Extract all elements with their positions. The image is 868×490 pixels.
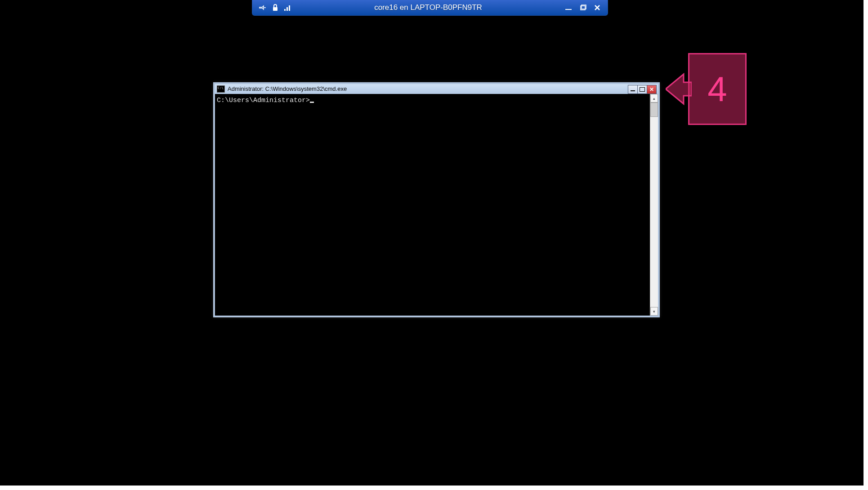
cmd-scrollbar[interactable]: ▴ ▾: [650, 94, 658, 316]
svg-rect-1: [284, 9, 286, 11]
cmd-window-title: Administrator: C:\Windows\system32\cmd.e…: [228, 84, 628, 94]
cmd-minimize-button[interactable]: [628, 85, 638, 94]
svg-marker-6: [666, 74, 692, 104]
cmd-prompt-text: C:\Users\Administrator>: [217, 97, 310, 104]
cmd-window[interactable]: Administrator: C:\Windows\system32\cmd.e…: [213, 82, 660, 317]
scroll-up-button[interactable]: ▴: [650, 94, 658, 102]
remote-desktop-screen: core16 en LAPTOP-B0PFN9TR Administrator:…: [0, 0, 864, 486]
annotation-number: 4: [707, 69, 727, 110]
cmd-titlebar[interactable]: Administrator: C:\Windows\system32\cmd.e…: [215, 84, 658, 94]
cmd-terminal-body[interactable]: C:\Users\Administrator>: [215, 94, 650, 316]
pin-icon[interactable]: [259, 4, 267, 12]
svg-rect-0: [273, 7, 277, 11]
cursor: [310, 102, 314, 103]
rdp-minimize-button[interactable]: [564, 4, 573, 12]
rdp-connection-bar: core16 en LAPTOP-B0PFN9TR: [252, 0, 608, 16]
rdp-close-button[interactable]: [593, 4, 601, 12]
annotation-callout: 4: [666, 53, 747, 125]
svg-rect-3: [289, 5, 290, 11]
cmd-maximize-button[interactable]: [637, 85, 647, 94]
scroll-thumb[interactable]: [650, 102, 658, 117]
lock-icon: [271, 4, 279, 12]
cmd-close-button[interactable]: ✕: [647, 85, 657, 94]
signal-icon: [284, 4, 292, 12]
cmd-icon: [217, 85, 225, 93]
rdp-restore-button[interactable]: [579, 4, 587, 12]
rdp-connection-title: core16 en LAPTOP-B0PFN9TR: [292, 3, 564, 12]
svg-rect-2: [286, 7, 288, 11]
scroll-track[interactable]: [650, 102, 658, 307]
scroll-down-button[interactable]: ▾: [650, 307, 658, 316]
